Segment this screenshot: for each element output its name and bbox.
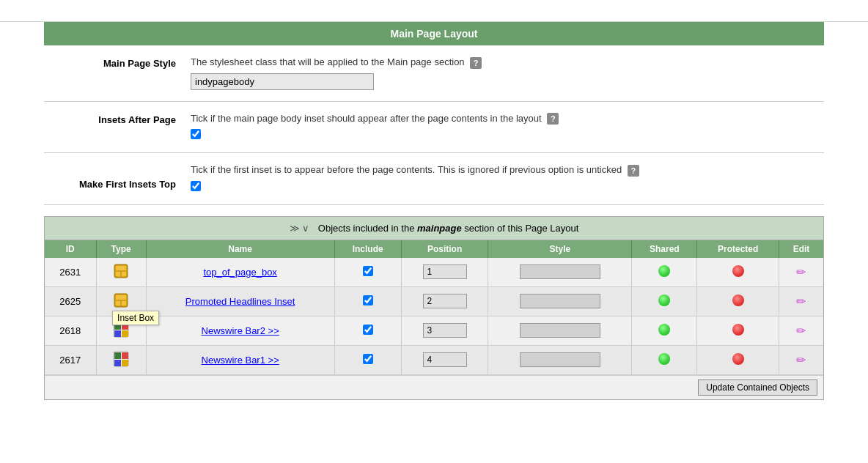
insets-after-page-checkbox[interactable] (191, 129, 201, 139)
cell-include (334, 286, 401, 316)
include-checkbox[interactable] (363, 266, 373, 276)
edit-pencil-icon[interactable]: ✏ (796, 266, 806, 278)
main-page-style-help-icon[interactable]: ? (470, 57, 482, 69)
position-input[interactable] (423, 264, 467, 279)
svg-rect-7 (122, 301, 126, 305)
cell-edit: ✏ (779, 316, 823, 345)
svg-rect-5 (116, 295, 126, 300)
col-protected: Protected (697, 240, 779, 258)
make-first-insets-content: Tick if the first inset is to appear bef… (191, 164, 824, 193)
col-name: Name (146, 240, 334, 258)
cell-shared (632, 286, 697, 316)
insets-after-page-label: Insets After Page (44, 113, 191, 125)
table-row: 2617 Newswire (45, 345, 823, 374)
cell-shared (632, 316, 697, 345)
type-icon-bars (103, 350, 140, 370)
svg-rect-14 (114, 352, 121, 359)
position-input[interactable] (423, 352, 467, 367)
shared-dot-green (658, 295, 670, 306)
svg-rect-11 (114, 330, 121, 337)
main-page-style-label: Main Page Style (44, 56, 191, 69)
col-shared: Shared (632, 240, 697, 258)
objects-header-prefix: Objects included in the (318, 223, 417, 234)
insets-after-page-help-icon[interactable]: ? (547, 113, 559, 125)
name-link[interactable]: Newswire Bar2 >> (202, 325, 279, 336)
make-first-insets-checkbox[interactable] (191, 181, 201, 191)
cell-edit: ✏ (779, 345, 823, 374)
tooltip-inset-box: Inset Box (112, 311, 159, 325)
svg-rect-15 (122, 352, 128, 359)
cell-style (488, 316, 632, 345)
cell-type: Inset Box (96, 286, 146, 316)
name-link[interactable]: top_of_page_box (203, 267, 276, 278)
shared-dot-green (658, 353, 670, 365)
page-container: Main Page Layout Main Page Style The sty… (0, 0, 868, 400)
edit-pencil-icon[interactable]: ✏ (796, 295, 806, 308)
cell-name[interactable]: top_of_page_box (146, 258, 334, 287)
style-input[interactable] (520, 352, 600, 367)
name-link[interactable]: Newswire Bar1 >> (202, 355, 279, 366)
insets-after-page-content: Tick if the main page body inset should … (191, 113, 824, 142)
position-input[interactable] (423, 323, 467, 338)
objects-header: ≫ ∨ Objects included in the mainpage sec… (45, 217, 823, 240)
section-header: Main Page Layout (44, 22, 824, 45)
edit-pencil-icon[interactable]: ✏ (796, 325, 806, 337)
edit-pencil-icon[interactable]: ✏ (796, 354, 806, 366)
objects-table: ID Type Name Include Position Style Shar… (45, 240, 823, 375)
cell-name[interactable]: Newswire Bar1 >> (146, 345, 334, 374)
svg-rect-16 (114, 360, 121, 366)
cell-type (96, 258, 146, 287)
table-row: 2631 top_of_page_box (45, 258, 823, 287)
cell-id: 2631 (45, 258, 96, 287)
col-style: Style (488, 240, 632, 258)
cell-style (488, 286, 632, 316)
name-link[interactable]: Promoted Headlines Inset (185, 296, 295, 307)
style-input[interactable] (520, 264, 600, 279)
cell-position (401, 345, 488, 374)
cell-shared (632, 258, 697, 287)
cell-include (334, 316, 401, 345)
update-contained-objects-button[interactable]: Update Contained Objects (698, 379, 817, 396)
objects-header-suffix: section of this Page Layout (464, 223, 578, 234)
sort-icons[interactable]: ≫ ∨ (290, 223, 310, 234)
col-position: Position (401, 240, 488, 258)
shared-dot-green (658, 265, 670, 277)
main-page-style-content: The stylesheet class that will be applie… (191, 56, 824, 90)
include-checkbox[interactable] (363, 325, 373, 335)
main-page-style-desc: The stylesheet class that will be applie… (191, 56, 824, 69)
include-checkbox[interactable] (363, 295, 373, 305)
cell-position (401, 258, 488, 287)
position-input[interactable] (423, 294, 467, 308)
main-page-style-input[interactable] (191, 73, 374, 90)
cell-protected (697, 258, 779, 287)
svg-rect-2 (116, 272, 120, 276)
cell-name[interactable]: Promoted Headlines Inset (146, 286, 334, 316)
style-input[interactable] (520, 294, 600, 308)
cell-name[interactable]: Newswire Bar2 >> (146, 316, 334, 345)
shared-dot-green (658, 324, 670, 336)
type-icon-box (112, 262, 130, 280)
insets-after-page-desc: Tick if the main page body inset should … (191, 113, 824, 125)
make-first-insets-help-icon[interactable]: ? (628, 165, 639, 177)
svg-rect-12 (122, 330, 128, 337)
cell-position (401, 286, 488, 316)
col-type: Type (96, 240, 146, 258)
cell-id: 2625 (45, 286, 96, 316)
svg-rect-6 (116, 301, 120, 305)
col-id: ID (45, 240, 96, 258)
cell-edit: ✏ (779, 258, 823, 287)
include-checkbox[interactable] (363, 354, 373, 364)
table-row: 2625 Inset Box Pr (45, 286, 823, 316)
svg-rect-17 (122, 360, 128, 366)
protected-dot-red (732, 353, 744, 365)
protected-dot-red (732, 324, 744, 336)
type-icon-box-with-tooltip: Inset Box (112, 292, 130, 309)
cell-protected (697, 345, 779, 374)
table-header: ID Type Name Include Position Style Shar… (45, 240, 823, 258)
cell-include (334, 258, 401, 287)
section-header-text: Main Page Layout (390, 28, 477, 40)
style-input[interactable] (520, 323, 600, 338)
table-row: 2618 Newswire (45, 316, 823, 345)
cell-id: 2617 (45, 345, 96, 374)
make-first-insets-section: Make First Insets Top Tick if the first … (44, 153, 824, 205)
